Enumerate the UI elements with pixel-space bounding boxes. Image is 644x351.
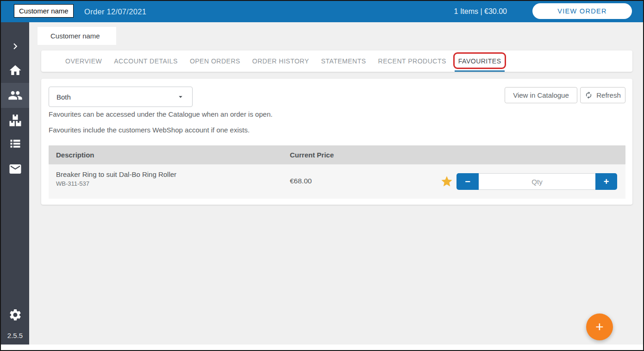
tab-bar: OVERVIEW ACCOUNT DETAILS OPEN ORDERS ORD… — [41, 50, 632, 72]
sidebar-settings[interactable] — [1, 305, 29, 325]
app-version: 2.5.5 — [1, 332, 29, 339]
dropdown-selected-value: Both — [56, 93, 71, 101]
sidebar-item-home[interactable] — [1, 60, 29, 81]
sidebar-item-list[interactable] — [1, 133, 29, 154]
product-sku: WB-311-537 — [56, 180, 176, 187]
list-icon — [9, 137, 22, 150]
chevron-down-icon — [176, 93, 185, 101]
top-bar: Customer name Order 12/07/2021 1 Items |… — [1, 1, 643, 22]
tab-list: OVERVIEW ACCOUNT DETAILS OPEN ORDERS ORD… — [41, 50, 632, 72]
app-window: Customer name Order 12/07/2021 1 Items |… — [0, 0, 644, 351]
home-icon — [8, 63, 22, 77]
sidebar-item-customers[interactable] — [1, 83, 29, 108]
active-tab-underline — [455, 70, 505, 72]
info-line-catalogue: Favourites can be accessed under the Cat… — [49, 110, 273, 118]
tab-open-orders[interactable]: OPEN ORDERS — [190, 50, 240, 72]
chevron-right-icon — [9, 40, 21, 52]
sidebar-item-mail[interactable] — [1, 159, 29, 179]
column-header-current-price: Current Price — [290, 145, 334, 164]
table-header: Description Current Price — [49, 145, 625, 164]
gear-icon — [8, 308, 22, 322]
cart-summary: 1 Items | €30.00 — [454, 1, 507, 22]
info-line-webshop: Favourites include the customers WebShop… — [49, 126, 250, 134]
tab-order-history[interactable]: ORDER HISTORY — [252, 50, 309, 72]
refresh-icon — [585, 91, 593, 99]
tab-recent-products[interactable]: RECENT PRODUCTS — [378, 50, 446, 72]
bottom-scroll-strip — [1, 345, 643, 350]
tab-favourites[interactable]: FAVOURITES — [458, 50, 501, 72]
customer-name-tab[interactable]: Customer name — [38, 27, 116, 45]
mail-icon — [8, 162, 22, 176]
product-description-cell: Breaker Ring to suit Dal-Bo Ring Roller … — [56, 170, 176, 187]
quantity-stepper: − + — [456, 173, 617, 190]
add-fab-button[interactable]: + — [586, 313, 613, 340]
sidebar-item-products[interactable] — [1, 110, 29, 131]
tab-overview[interactable]: OVERVIEW — [65, 50, 102, 72]
sidebar: 2.5.5 — [1, 22, 29, 345]
product-price: €68.00 — [290, 177, 312, 185]
quantity-minus-button[interactable]: − — [456, 173, 479, 190]
refresh-button[interactable]: Refresh — [580, 87, 625, 103]
main-area: Customer name OVERVIEW ACCOUNT DETAILS O… — [29, 22, 643, 345]
product-name: Breaker Ring to suit Dal-Bo Ring Roller — [56, 170, 176, 178]
tab-statements[interactable]: STATEMENTS — [321, 50, 366, 72]
quantity-plus-button[interactable]: + — [595, 173, 617, 190]
order-title: Order 12/07/2021 — [84, 1, 146, 22]
view-order-button[interactable]: VIEW ORDER — [532, 3, 632, 19]
tab-account-details[interactable]: ACCOUNT DETAILS — [114, 50, 178, 72]
quantity-input[interactable] — [479, 173, 595, 190]
favourite-star-icon[interactable] — [440, 175, 453, 188]
column-header-description: Description — [56, 145, 94, 164]
plus-icon: + — [595, 319, 604, 335]
table-row: Breaker Ring to suit Dal-Bo Ring Roller … — [49, 164, 625, 199]
favourites-panel: Both View in Catalogue Refresh Favourite… — [41, 79, 632, 205]
people-icon — [8, 88, 23, 103]
favourites-table: Description Current Price Breaker Ring t… — [49, 145, 625, 199]
view-in-catalogue-button[interactable]: View in Catalogue — [505, 87, 577, 103]
favourites-filter-dropdown[interactable]: Both — [49, 87, 193, 107]
products-boxes-icon — [8, 113, 22, 127]
sidebar-toggle[interactable] — [1, 36, 29, 56]
topbar-customer-name: Customer name — [14, 4, 74, 18]
